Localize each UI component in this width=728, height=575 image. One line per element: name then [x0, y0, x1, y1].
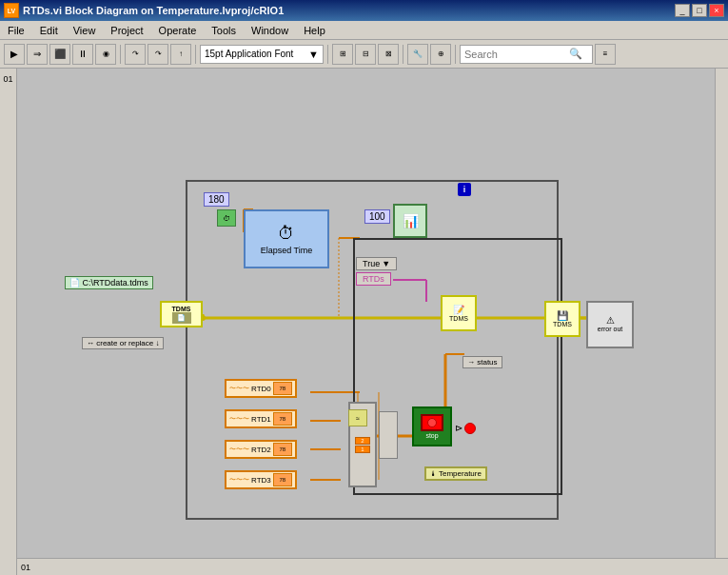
measurement-block: 📊	[393, 204, 427, 238]
temperature-indicator: 🌡 Temperature	[424, 466, 487, 481]
run-indicator	[464, 423, 476, 434]
true-block[interactable]: True ▼	[356, 257, 397, 270]
true-label: True	[363, 259, 380, 268]
menu-help[interactable]: Help	[300, 23, 329, 38]
main-area: 01	[0, 69, 728, 575]
dropdown-arrow: ▼	[308, 49, 319, 60]
rtd3-block: 〜〜〜 RTD3 78	[225, 470, 297, 489]
separator-4	[403, 45, 403, 64]
separator-1	[120, 45, 121, 64]
separator-3	[327, 45, 328, 64]
status-label: → status	[467, 358, 498, 367]
separator-2	[195, 45, 196, 64]
window-title: RTDs.vi Block Diagram on Temperature.lvp…	[23, 5, 284, 16]
info-icon: i	[458, 183, 471, 196]
create-replace-text: ↔ create or replace ↓	[87, 339, 159, 347]
tdms-right-outer-block: 💾 TDMS	[544, 301, 580, 337]
rtd3-label: RTD3	[251, 476, 271, 485]
minimize-button[interactable]: _	[675, 4, 690, 17]
status-block: → status	[462, 356, 502, 368]
constant-180: 180	[204, 192, 229, 207]
true-dropdown-arrow: ▼	[382, 259, 390, 268]
bundle-block	[379, 411, 398, 459]
convert-block: ≈	[348, 409, 367, 426]
file-path-text: C:\RTDdata.tdms	[83, 278, 148, 288]
tdms-left-block: TDMS 📄	[160, 301, 203, 327]
vertical-scrollbar[interactable]	[715, 69, 728, 575]
icon-button2[interactable]: ⊕	[430, 44, 451, 65]
distribute-button[interactable]: ⊟	[355, 44, 376, 65]
run-arrow-button[interactable]: ⇒	[27, 44, 48, 65]
file-path-icon: 📄	[69, 278, 80, 288]
rtd0-label: RTD0	[251, 385, 271, 393]
menu-view[interactable]: View	[69, 23, 100, 38]
constant-100: 100	[364, 209, 390, 224]
timer-icon-small: ⏱	[217, 209, 236, 227]
stop-block: stop	[412, 406, 452, 446]
error-out-block: ⚠ error out	[586, 301, 634, 348]
rtds-label: RTDs	[363, 274, 384, 284]
app-icon: LV	[4, 3, 19, 18]
tdms-write-block: 📝 TDMS	[441, 295, 477, 331]
constant-180-value: 180	[208, 194, 225, 205]
icon-button1[interactable]: 🔧	[407, 44, 428, 65]
font-name: 15pt Application Font	[205, 49, 293, 59]
font-dropdown[interactable]: 15pt Application Font ▼	[200, 45, 324, 64]
rtd2-label: RTD2	[251, 446, 271, 454]
abort-button[interactable]: ⬛	[49, 44, 70, 65]
maximize-button[interactable]: □	[692, 4, 707, 17]
left-sidebar: 01	[0, 69, 17, 575]
bottom-status: 01	[17, 558, 728, 575]
step-into-button[interactable]: ↷	[148, 44, 168, 65]
elapsed-time-block: ⏱ Elapsed Time	[244, 209, 329, 268]
tdms-right-label: TDMS	[553, 321, 572, 327]
menu-file[interactable]: File	[4, 23, 29, 38]
constant-100-value: 100	[369, 211, 385, 222]
menu-operate[interactable]: Operate	[155, 23, 201, 38]
temperature-label: Temperature	[439, 469, 482, 478]
reorder-button[interactable]: ⊠	[378, 44, 399, 65]
search-box[interactable]: 🔍	[460, 45, 593, 64]
status-text: 01	[21, 563, 30, 572]
menu-project[interactable]: Project	[107, 23, 147, 38]
stop-label: stop	[425, 432, 438, 439]
rtds-label-block: RTDs	[356, 272, 391, 286]
toolbar-extra[interactable]: ≡	[595, 44, 616, 65]
sidebar-label: 01	[3, 74, 12, 84]
pause-button[interactable]: ⏸	[72, 44, 93, 65]
clock-icon: ⏱	[278, 224, 295, 244]
create-replace-block[interactable]: ↔ create or replace ↓	[82, 337, 164, 349]
file-path-block: 📄 C:\RTDdata.tdms	[65, 276, 153, 289]
menu-edit[interactable]: Edit	[36, 23, 62, 38]
rtd1-block: 〜〜〜 RTD1 78	[225, 409, 297, 428]
elapsed-time-label: Elapsed Time	[261, 246, 313, 255]
error-out-label: error out	[598, 326, 622, 333]
separator-5	[455, 45, 456, 64]
menu-window[interactable]: Window	[247, 23, 292, 38]
search-icon: 🔍	[569, 48, 582, 60]
close-button[interactable]: ×	[709, 4, 724, 17]
canvas[interactable]: 📄 C:\RTDdata.tdms TDMS 📄 ↔ create or rep…	[17, 69, 728, 575]
down-arrow: ⊳	[455, 423, 462, 433]
menu-bar: File Edit View Project Operate Tools Win…	[0, 21, 728, 40]
search-input[interactable]	[464, 49, 569, 60]
toolbar: ▶ ⇒ ⬛ ⏸ ◉ ↷ ↷ ↑ 15pt Application Font ▼ …	[0, 40, 728, 69]
rtd2-block: 〜〜〜 RTD2 78	[225, 440, 297, 459]
title-bar: LV RTDs.vi Block Diagram on Temperature.…	[0, 0, 728, 21]
align-button[interactable]: ⊞	[332, 44, 353, 65]
tdms-left-label: TDMS	[172, 306, 191, 312]
rtd0-block: 〜〜〜 RTD0 78	[225, 379, 297, 398]
tdms-write-label: TDMS	[449, 315, 468, 322]
highlight-button[interactable]: ◉	[95, 44, 116, 65]
run-button[interactable]: ▶	[4, 44, 25, 65]
step-over-button[interactable]: ↷	[125, 44, 146, 65]
window-controls[interactable]: _ □ ×	[675, 4, 724, 17]
menu-tools[interactable]: Tools	[207, 23, 240, 38]
step-out-button[interactable]: ↑	[170, 44, 191, 65]
rtd1-label: RTD1	[251, 415, 271, 424]
